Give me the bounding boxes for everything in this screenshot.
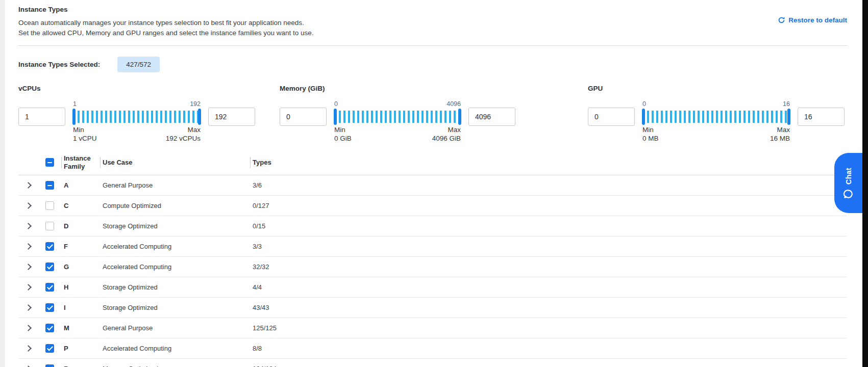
- vcpus-min-tick-label: 1: [73, 100, 77, 109]
- use-case-label: General Purpose: [100, 324, 250, 332]
- memory-min-handle[interactable]: [334, 109, 337, 125]
- description-line-1: Ocean automatically manages your instanc…: [18, 18, 847, 28]
- types-count: 0/15: [250, 222, 847, 230]
- family-label: P: [61, 345, 100, 352]
- gpu-max-handle[interactable]: [787, 109, 790, 125]
- row-checkbox[interactable]: [45, 303, 54, 312]
- memory-label: Memory (GiB): [280, 85, 515, 92]
- row-checkbox[interactable]: [45, 283, 54, 292]
- row-checkbox[interactable]: [45, 364, 54, 367]
- gpu-section: GPU 0 16 Min 0 MB: [588, 85, 845, 143]
- memory-min-tick-label: 0: [334, 100, 338, 109]
- memory-min-input[interactable]: [280, 108, 327, 126]
- vcpus-min-unit: 1 vCPU: [73, 134, 97, 143]
- memory-max-input[interactable]: [468, 108, 515, 126]
- selected-count-row: Instance Types Selected: 427/572: [18, 57, 847, 72]
- restore-to-default-button[interactable]: Restore to default: [778, 16, 847, 24]
- types-count: 125/125: [250, 324, 847, 332]
- types-count: 0/127: [250, 202, 847, 209]
- family-label: F: [61, 243, 100, 250]
- table-row[interactable]: R Memory Optimized 134/134: [18, 359, 847, 367]
- chevron-right-icon[interactable]: [25, 304, 32, 311]
- row-checkbox[interactable]: [45, 324, 54, 332]
- use-case-label: Accelerated Computing: [100, 263, 250, 271]
- family-label: C: [61, 202, 100, 209]
- table-row[interactable]: H Storage Optimized 4/4: [18, 277, 847, 298]
- row-checkbox[interactable]: [45, 181, 54, 190]
- vcpus-max-input[interactable]: [208, 108, 255, 126]
- types-column-header: Types: [250, 156, 847, 169]
- gpu-slider-track[interactable]: [642, 111, 790, 123]
- chat-button[interactable]: Chat: [834, 153, 862, 213]
- family-label: A: [61, 181, 100, 189]
- selected-count-label: Instance Types Selected:: [18, 61, 100, 68]
- gpu-min-caption: Min: [642, 125, 659, 134]
- row-checkbox[interactable]: [45, 344, 54, 353]
- chevron-right-icon[interactable]: [25, 325, 32, 331]
- types-count: 3/3: [250, 243, 847, 250]
- row-checkbox[interactable]: [45, 222, 54, 230]
- memory-max-handle[interactable]: [458, 109, 461, 125]
- chevron-right-icon[interactable]: [25, 182, 32, 189]
- table-row[interactable]: A General Purpose 3/6: [18, 175, 847, 196]
- gpu-max-input[interactable]: [798, 108, 845, 126]
- right-edge-strip: [862, 0, 868, 367]
- vcpus-slider-track[interactable]: [73, 111, 201, 123]
- gpu-min-handle[interactable]: [642, 109, 645, 125]
- vcpus-max-unit: 192 vCPUs: [166, 134, 201, 143]
- vcpus-label: vCPUs: [18, 85, 255, 92]
- table-row[interactable]: M General Purpose 125/125: [18, 318, 847, 338]
- row-checkbox[interactable]: [45, 242, 54, 251]
- memory-slider-track[interactable]: [334, 111, 461, 123]
- table-row[interactable]: D Storage Optimized 0/15: [18, 216, 847, 237]
- use-case-column-header: Use Case: [100, 156, 250, 169]
- use-case-label: Memory Optimized: [100, 365, 250, 367]
- row-checkbox[interactable]: [45, 263, 54, 271]
- table-row[interactable]: P Accelerated Computing 8/8: [18, 338, 847, 359]
- table-row[interactable]: C Compute Optimized 0/127: [18, 196, 847, 216]
- chat-button-label: Chat: [845, 167, 853, 184]
- instance-table-body: A General Purpose 3/6 C Compute Optimize…: [18, 175, 847, 367]
- memory-max-tick-label: 4096: [447, 100, 461, 109]
- table-row[interactable]: I Storage Optimized 43/43: [18, 298, 847, 318]
- types-count: 3/6: [250, 181, 847, 189]
- use-case-label: Compute Optimized: [100, 202, 250, 209]
- row-checkbox[interactable]: [45, 201, 54, 210]
- memory-max-unit: 4096 GiB: [432, 134, 461, 143]
- vcpus-max-handle[interactable]: [198, 109, 201, 125]
- chat-bubble-icon: [844, 189, 853, 199]
- types-count: 4/4: [250, 283, 847, 291]
- chevron-right-icon[interactable]: [25, 243, 32, 250]
- use-case-label: Storage Optimized: [100, 304, 250, 311]
- expand-column-header: [18, 161, 41, 165]
- restore-to-default-label: Restore to default: [788, 16, 847, 24]
- gpu-min-input[interactable]: [588, 108, 635, 126]
- family-label: I: [61, 304, 100, 311]
- chevron-right-icon[interactable]: [25, 223, 32, 229]
- use-case-label: Storage Optimized: [100, 283, 250, 291]
- vcpus-min-input[interactable]: [18, 108, 65, 126]
- gpu-max-caption: Max: [770, 125, 790, 134]
- chevron-right-icon[interactable]: [25, 345, 32, 352]
- memory-max-caption: Max: [432, 125, 461, 134]
- chevron-right-icon[interactable]: [25, 264, 32, 270]
- page-title: Instance Types: [18, 6, 847, 13]
- family-column-header: Instance Family: [61, 152, 100, 173]
- panel-header: Instance Types Ocean automatically manag…: [18, 0, 847, 46]
- left-edge-strip: [0, 0, 5, 367]
- chevron-right-icon[interactable]: [25, 284, 32, 291]
- chevron-right-icon[interactable]: [25, 202, 32, 209]
- types-count: 134/134: [250, 365, 847, 367]
- table-row[interactable]: F Accelerated Computing 3/3: [18, 237, 847, 257]
- gpu-max-tick-label: 16: [783, 100, 790, 109]
- gpu-max-unit: 16 MB: [770, 134, 790, 143]
- select-all-checkbox[interactable]: [45, 158, 54, 167]
- types-count: 32/32: [250, 263, 847, 271]
- use-case-label: General Purpose: [100, 181, 250, 189]
- table-header-row: Instance Family Use Case Types: [18, 150, 847, 175]
- table-row[interactable]: G Accelerated Computing 32/32: [18, 257, 847, 277]
- vcpus-max-caption: Max: [166, 125, 201, 134]
- family-label: G: [61, 263, 100, 271]
- vcpus-min-handle[interactable]: [72, 109, 76, 125]
- vcpus-min-caption: Min: [73, 125, 97, 134]
